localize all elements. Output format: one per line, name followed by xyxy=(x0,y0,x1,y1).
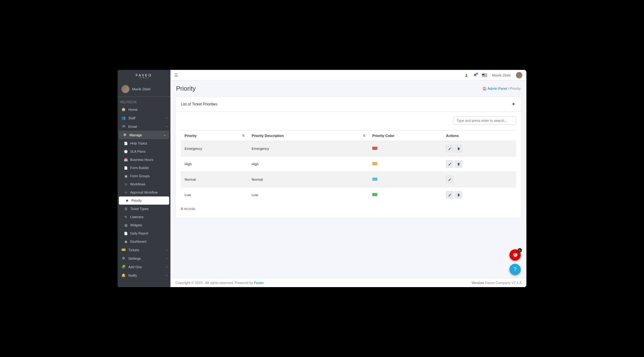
sidebar-user[interactable]: Manik Zitshi xyxy=(118,82,170,97)
sidebar-item-staff[interactable]: 👥 Staff ‹ xyxy=(118,114,170,122)
edit-button[interactable] xyxy=(446,191,453,199)
logo: FAVEO xyxy=(118,70,170,82)
cell-color xyxy=(369,187,442,203)
breadcrumb-current: Priority xyxy=(510,87,521,90)
edit-button[interactable] xyxy=(446,145,453,152)
edit-button[interactable] xyxy=(446,176,453,183)
flag-icon[interactable] xyxy=(482,74,487,77)
sidebar-item-label: Daily Report xyxy=(130,231,148,235)
user-icon[interactable] xyxy=(464,73,468,77)
chevron-left-icon: ‹ xyxy=(166,248,167,252)
sidebar-section-label: HELPDESK xyxy=(118,97,170,105)
notifications-icon[interactable] xyxy=(473,73,477,77)
chevron-left-icon: ‹ xyxy=(166,274,167,277)
sidebar: FAVEO Manik Zitshi HELPDESK 🏠 Home 👥 Sta… xyxy=(118,70,170,287)
sidebar-item-label: Add Ons xyxy=(128,265,142,269)
cell-color xyxy=(369,141,442,156)
cell-actions xyxy=(442,187,516,203)
sidebar-item-home[interactable]: 🏠 Home xyxy=(118,105,170,114)
delete-button[interactable] xyxy=(455,160,462,168)
help-fab[interactable]: ? xyxy=(509,264,521,275)
dashboard-icon: ◉ xyxy=(123,240,128,243)
hamburger-icon[interactable]: ☰ xyxy=(174,73,178,78)
sub-item-listeners[interactable]: ✎Listeners xyxy=(118,213,170,221)
sidebar-item-label: Dashboard xyxy=(130,240,146,243)
sub-item-workflows[interactable]: ⚇Workflows xyxy=(118,180,170,188)
page-title: Priority xyxy=(176,85,196,92)
cell-priority: Emergency xyxy=(181,141,248,156)
col-actions: Actions xyxy=(442,131,516,141)
color-swatch xyxy=(372,147,377,150)
sidebar-item-label: Staff xyxy=(128,116,135,120)
sub-item-dashboard[interactable]: ◉Dashboard xyxy=(118,237,170,246)
sub-item-help-topics[interactable]: 📄Help Topics xyxy=(118,139,170,147)
card-header: List of Ticket Priorities ＋ xyxy=(176,97,521,111)
sub-item-form-groups[interactable]: ▣Form Groups xyxy=(118,172,170,180)
report-icon: 📄 xyxy=(123,232,128,235)
sub-item-business-hours[interactable]: 📅Business Hours xyxy=(118,156,170,164)
sub-item-ticket-types[interactable]: ☰Ticket Types xyxy=(118,205,170,213)
sidebar-item-label: Widgets xyxy=(130,223,142,227)
group-icon: ▣ xyxy=(123,174,128,178)
sidebar-item-label: Manage xyxy=(130,133,142,137)
cell-priority: Normal xyxy=(181,172,248,187)
sub-item-approval-workflow[interactable]: ⚇Approval Workflow xyxy=(118,188,170,196)
cell-priority: Low xyxy=(181,187,248,203)
add-button[interactable]: ＋ xyxy=(511,101,516,107)
clock-icon: 🕒 xyxy=(123,150,128,153)
topbar-user-name[interactable]: Manik Zitshi xyxy=(492,73,511,77)
priority-table: Priority⇅ Priority Description⇅ Priority… xyxy=(181,130,516,202)
sidebar-item-settings[interactable]: ⚙ Settings ‹ xyxy=(118,254,170,263)
sidebar-item-label: Form Builder xyxy=(130,166,149,170)
sidebar-item-email[interactable]: ✉ Email ‹ xyxy=(118,122,170,131)
chevron-left-icon: ‹ xyxy=(166,125,167,128)
cell-priority: High xyxy=(181,156,248,172)
sidebar-item-tickets[interactable]: 🎫 Tickets ‹ xyxy=(118,246,170,254)
priority-card: List of Ticket Priorities ＋ Priority⇅ Pr… xyxy=(175,97,521,218)
table-row: EmergencyEmergency xyxy=(181,141,516,156)
sidebar-item-label: Business Hours xyxy=(130,158,153,162)
sub-item-daily-report[interactable]: 📄Daily Report xyxy=(118,229,170,237)
sidebar-item-label: Settings xyxy=(128,257,141,260)
health-fab[interactable]: 1 xyxy=(509,249,521,261)
search-input[interactable] xyxy=(453,116,516,125)
staff-icon: 👥 xyxy=(121,116,126,120)
delete-button[interactable] xyxy=(455,145,462,152)
home-icon: 🏠 xyxy=(121,107,126,111)
file-icon: 📄 xyxy=(123,142,128,145)
table-row: HighHigh xyxy=(181,156,516,172)
priority-icon: ✱ xyxy=(125,199,130,202)
sidebar-item-notify[interactable]: 🔔 Notify ‹ xyxy=(118,271,170,280)
sidebar-item-addons[interactable]: 🧩 Add Ons ‹ xyxy=(118,263,170,271)
table-row: NormalNormal xyxy=(181,172,516,187)
footer-link[interactable]: Faveo xyxy=(254,281,264,285)
color-swatch xyxy=(372,193,377,196)
fab-badge: 1 xyxy=(518,248,522,252)
edit-button[interactable] xyxy=(446,160,453,168)
col-description[interactable]: Priority Description⇅ xyxy=(248,131,369,141)
sub-item-sla-plans[interactable]: 🕒SLA Plans xyxy=(118,147,170,156)
widget-icon: ▤ xyxy=(123,224,128,227)
cell-description: Low xyxy=(248,187,369,203)
bell-icon: 🔔 xyxy=(121,273,126,277)
puzzle-icon: 🧩 xyxy=(121,265,126,269)
sub-item-form-builder[interactable]: 📄Form Builder xyxy=(118,164,170,172)
sidebar-item-label: Form Groups xyxy=(130,174,150,178)
pencil-icon: ✎ xyxy=(123,215,128,219)
sub-item-priority[interactable]: ✱Priority xyxy=(119,196,169,205)
topbar-avatar[interactable] xyxy=(516,72,523,79)
list-icon: ☰ xyxy=(123,207,128,211)
chevron-left-icon: ‹ xyxy=(166,116,167,120)
workflow-icon: ⚇ xyxy=(123,183,128,186)
sub-item-widgets[interactable]: ▤Widgets xyxy=(118,221,170,229)
breadcrumb-link[interactable]: Admin Panel xyxy=(487,87,507,90)
col-priority[interactable]: Priority⇅ xyxy=(181,131,248,141)
sidebar-item-label: Listeners xyxy=(130,215,144,219)
sidebar-item-label: Home xyxy=(128,108,137,111)
sidebar-item-manage[interactable]: ⚙ Manage ⌄ xyxy=(119,131,169,139)
table-row: LowLow xyxy=(181,187,516,203)
sort-icon: ⇅ xyxy=(242,134,245,137)
cell-color xyxy=(369,172,442,187)
delete-button[interactable] xyxy=(455,191,462,199)
gear-icon: ⚙ xyxy=(121,256,126,260)
